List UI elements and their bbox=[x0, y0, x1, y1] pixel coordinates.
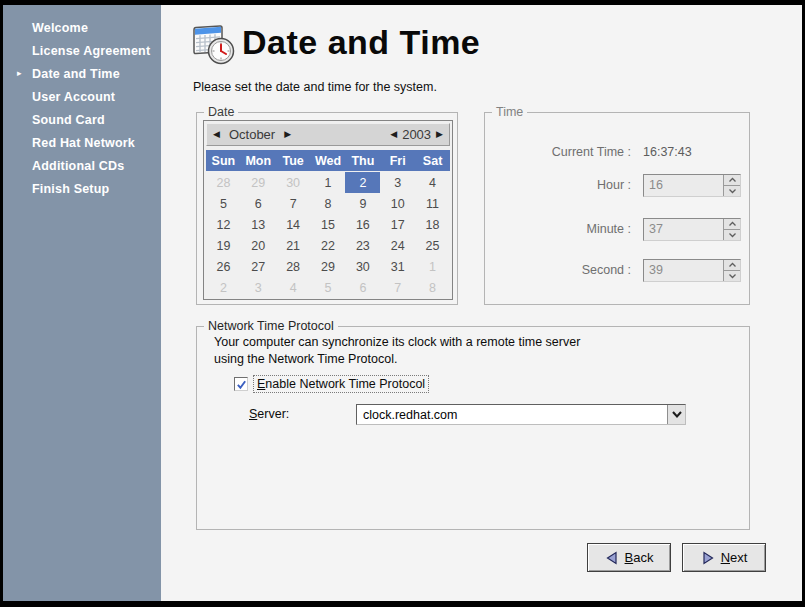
calendar-day[interactable]: 30 bbox=[345, 256, 380, 277]
ntp-enable-label[interactable]: Enable Network Time Protocol bbox=[253, 375, 429, 393]
back-button[interactable]: Back bbox=[587, 543, 671, 572]
calendar-day[interactable]: 1 bbox=[311, 172, 346, 193]
calendar-day[interactable]: 24 bbox=[380, 235, 415, 256]
calendar-day[interactable]: 7 bbox=[380, 277, 415, 298]
sidebar-item-additional-cds[interactable]: Additional CDs bbox=[3, 154, 161, 177]
ntp-checkbox-row: Enable Network Time Protocol bbox=[234, 375, 429, 393]
calendar-day[interactable]: 7 bbox=[276, 193, 311, 214]
weekday-header: Sun bbox=[206, 154, 241, 168]
calendar-day[interactable]: 16 bbox=[345, 214, 380, 235]
calendar-day[interactable]: 8 bbox=[415, 277, 450, 298]
sidebar-item-label: Sound Card bbox=[32, 113, 105, 127]
calendar-year-label: 2003 bbox=[402, 127, 431, 142]
ntp-enable-checkbox[interactable] bbox=[234, 377, 248, 391]
calendar-day[interactable]: 29 bbox=[241, 172, 276, 193]
spin-down-icon[interactable] bbox=[724, 230, 740, 240]
sidebar-item-user-account[interactable]: User Account bbox=[3, 85, 161, 108]
calendar-day[interactable]: 13 bbox=[241, 214, 276, 235]
calendar-day[interactable]: 23 bbox=[345, 235, 380, 256]
prev-year-icon[interactable]: ◀ bbox=[390, 130, 397, 139]
weekday-header: Thu bbox=[345, 154, 380, 168]
calendar-day[interactable]: 4 bbox=[415, 172, 450, 193]
current-time-row: Current Time : 16:37:43 bbox=[485, 141, 749, 164]
minute-spinner[interactable]: 37 bbox=[643, 218, 741, 241]
hour-label: Hour : bbox=[485, 178, 631, 192]
chevron-down-icon bbox=[671, 410, 683, 419]
calendar-day[interactable]: 26 bbox=[206, 256, 241, 277]
second-spinner[interactable]: 39 bbox=[643, 259, 741, 282]
calendar-day[interactable]: 21 bbox=[276, 235, 311, 256]
weekday-header: Mon bbox=[241, 154, 276, 168]
spin-down-icon[interactable] bbox=[724, 271, 740, 281]
dropdown-button[interactable] bbox=[667, 405, 685, 424]
next-button[interactable]: Next bbox=[682, 543, 766, 572]
sidebar-item-date-and-time[interactable]: ▸Date and Time bbox=[3, 62, 161, 85]
hour-spinner[interactable]: 16 bbox=[643, 174, 741, 197]
calendar-day[interactable]: 11 bbox=[415, 193, 450, 214]
calendar-day-selected[interactable]: 2 bbox=[345, 172, 380, 193]
calendar-day[interactable]: 6 bbox=[345, 277, 380, 298]
prev-month-icon[interactable]: ◀ bbox=[213, 130, 220, 139]
spin-up-icon[interactable] bbox=[724, 260, 740, 271]
calendar-day[interactable]: 14 bbox=[276, 214, 311, 235]
calendar-day[interactable]: 29 bbox=[311, 256, 346, 277]
calendar-day[interactable]: 25 bbox=[415, 235, 450, 256]
sidebar-item-license-agreement[interactable]: License Agreement bbox=[3, 39, 161, 62]
minute-row: Minute : 37 bbox=[485, 218, 749, 241]
calendar-day[interactable]: 4 bbox=[276, 277, 311, 298]
calendar-day[interactable]: 5 bbox=[311, 277, 346, 298]
calendar-day-grid: 2829301234567891011121314151617181920212… bbox=[206, 172, 450, 298]
sidebar-item-label: Date and Time bbox=[32, 67, 120, 81]
sidebar-item-label: User Account bbox=[32, 90, 115, 104]
calendar-clock-icon bbox=[190, 18, 236, 66]
time-legend: Time bbox=[492, 105, 527, 119]
spin-up-icon[interactable] bbox=[724, 219, 740, 230]
calendar-day[interactable]: 6 bbox=[241, 193, 276, 214]
ntp-legend: Network Time Protocol bbox=[204, 319, 338, 333]
sidebar-step-list: WelcomeLicense Agreement▸Date and TimeUs… bbox=[3, 5, 161, 200]
weekday-header: Tue bbox=[276, 154, 311, 168]
calendar-day[interactable]: 28 bbox=[206, 172, 241, 193]
calendar-day[interactable]: 3 bbox=[241, 277, 276, 298]
current-time-value: 16:37:43 bbox=[643, 145, 692, 159]
calendar-day[interactable]: 20 bbox=[241, 235, 276, 256]
next-year-icon[interactable]: ▶ bbox=[436, 130, 443, 139]
calendar-header: ◀ October ▶ ◀ 2003 ▶ bbox=[206, 123, 450, 146]
calendar-day[interactable]: 18 bbox=[415, 214, 450, 235]
calendar-day[interactable]: 1 bbox=[415, 256, 450, 277]
calendar-day[interactable]: 31 bbox=[380, 256, 415, 277]
server-combobox[interactable]: clock.redhat.com bbox=[356, 404, 686, 425]
calendar-day[interactable]: 12 bbox=[206, 214, 241, 235]
sidebar-item-sound-card[interactable]: Sound Card bbox=[3, 108, 161, 131]
calendar-day[interactable]: 15 bbox=[311, 214, 346, 235]
next-month-icon[interactable]: ▶ bbox=[284, 130, 291, 139]
second-spin-buttons bbox=[723, 260, 740, 281]
next-arrow-icon bbox=[701, 551, 715, 565]
sidebar-item-label: Finish Setup bbox=[32, 182, 109, 196]
calendar-day[interactable]: 28 bbox=[276, 256, 311, 277]
sidebar-item-finish-setup[interactable]: Finish Setup bbox=[3, 177, 161, 200]
second-label: Second : bbox=[485, 263, 631, 277]
minute-label: Minute : bbox=[485, 222, 631, 236]
month-nav: ◀ October ▶ bbox=[213, 127, 291, 142]
sidebar-item-welcome[interactable]: Welcome bbox=[3, 16, 161, 39]
spin-up-icon[interactable] bbox=[724, 175, 740, 186]
calendar-day[interactable]: 9 bbox=[345, 193, 380, 214]
calendar-day[interactable]: 8 bbox=[311, 193, 346, 214]
sidebar-item-red-hat-network[interactable]: Red Hat Network bbox=[3, 131, 161, 154]
spin-down-icon[interactable] bbox=[724, 186, 740, 196]
calendar-day[interactable]: 3 bbox=[380, 172, 415, 193]
calendar-day[interactable]: 27 bbox=[241, 256, 276, 277]
calendar-day[interactable]: 5 bbox=[206, 193, 241, 214]
calendar-day[interactable]: 22 bbox=[311, 235, 346, 256]
page-subtitle: Please set the date and time for the sys… bbox=[193, 80, 437, 94]
calendar-day[interactable]: 17 bbox=[380, 214, 415, 235]
calendar-day[interactable]: 10 bbox=[380, 193, 415, 214]
ntp-description-line1: Your computer can synchronize its clock … bbox=[214, 335, 580, 349]
calendar-day[interactable]: 2 bbox=[206, 277, 241, 298]
year-nav: ◀ 2003 ▶ bbox=[390, 127, 443, 142]
calendar-day[interactable]: 19 bbox=[206, 235, 241, 256]
window-content: WelcomeLicense Agreement▸Date and TimeUs… bbox=[3, 5, 802, 601]
calendar-day[interactable]: 30 bbox=[276, 172, 311, 193]
setup-wizard-window: WelcomeLicense Agreement▸Date and TimeUs… bbox=[0, 0, 805, 607]
